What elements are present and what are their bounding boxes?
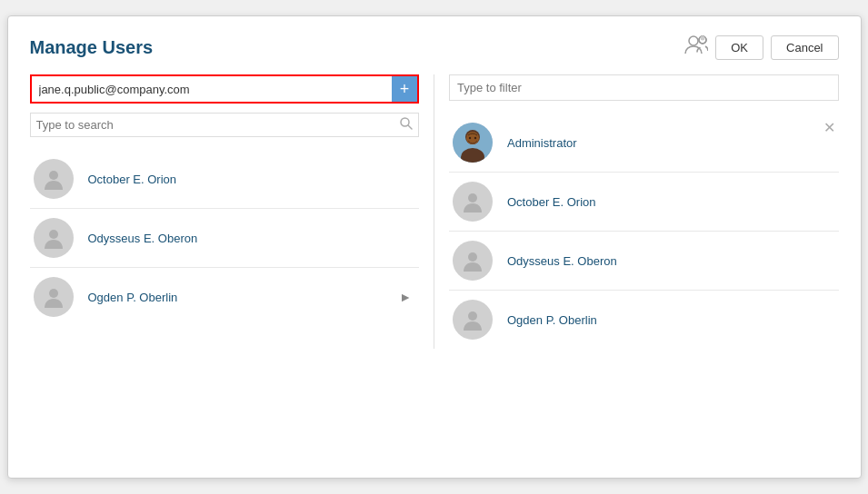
svg-point-15 — [468, 193, 477, 203]
user-name[interactable]: October E. Orion — [507, 195, 596, 209]
selected-item: Ogden P. Oberlin — [449, 291, 839, 349]
add-to-right-icon[interactable]: ► — [399, 290, 412, 304]
selected-item: Odysseus E. Oberon — [449, 232, 839, 291]
email-input-row: + — [30, 74, 420, 104]
svg-point-17 — [468, 311, 477, 321]
list-item: Ogden P. Oberlin ► — [30, 268, 420, 326]
svg-point-16 — [468, 252, 477, 262]
svg-line-5 — [408, 125, 412, 129]
remove-user-button[interactable]: ✕ — [823, 121, 835, 135]
search-input[interactable] — [36, 118, 401, 132]
svg-point-13 — [469, 137, 471, 139]
search-row — [30, 113, 420, 137]
avatar — [453, 241, 493, 281]
list-item: Odysseus E. Oberon — [30, 209, 420, 268]
avatar — [453, 182, 493, 222]
ok-button[interactable]: OK — [715, 35, 763, 60]
user-name[interactable]: Ogden P. Oberlin — [88, 291, 178, 304]
right-panel: Administrator ✕ October E. Orion — [434, 74, 839, 349]
avatar — [453, 123, 493, 163]
user-name[interactable]: Administrator — [507, 136, 577, 150]
selected-user-list: Administrator ✕ October E. Orion — [449, 114, 839, 349]
svg-point-14 — [474, 137, 476, 139]
avatar — [34, 218, 74, 258]
user-name[interactable]: October E. Orion — [88, 173, 177, 186]
cancel-button[interactable]: Cancel — [771, 35, 838, 60]
email-input[interactable] — [32, 77, 393, 102]
header-actions: OK Cancel — [684, 35, 838, 60]
dialog-title: Manage Users — [30, 37, 154, 58]
avatar — [453, 300, 493, 340]
manage-users-icon — [684, 35, 708, 60]
dialog-header: Manage Users OK Cancel — [30, 35, 839, 60]
svg-point-7 — [49, 230, 58, 239]
list-item: October E. Orion — [30, 150, 420, 209]
svg-point-6 — [49, 171, 58, 180]
selected-item: October E. Orion — [449, 173, 839, 232]
search-icon — [400, 117, 413, 133]
user-name[interactable]: Ogden P. Oberlin — [507, 313, 597, 327]
user-name[interactable]: Odysseus E. Oberon — [88, 232, 198, 245]
user-name[interactable]: Odysseus E. Oberon — [507, 254, 617, 268]
selected-item: Administrator ✕ — [449, 114, 839, 173]
avatar — [34, 159, 74, 199]
filter-input[interactable] — [449, 74, 839, 101]
avatar — [34, 277, 74, 317]
svg-point-3 — [701, 36, 705, 41]
manage-users-dialog: Manage Users OK Cancel — [7, 15, 862, 479]
left-user-list: October E. Orion Odysseus E. Oberon — [30, 150, 420, 326]
left-panel: + — [30, 74, 435, 349]
content-area: + — [30, 74, 839, 349]
svg-point-8 — [49, 289, 58, 298]
add-user-button[interactable]: + — [392, 76, 417, 102]
svg-point-0 — [689, 36, 698, 45]
